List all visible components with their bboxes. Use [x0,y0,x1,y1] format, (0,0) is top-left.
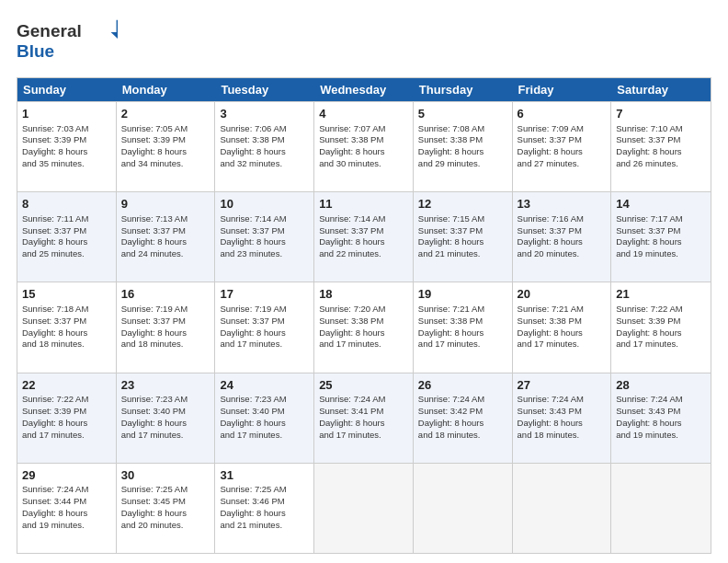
daylight-text: Daylight: 8 hoursand 25 minutes. [22,236,87,259]
day-info: Sunrise: 7:06 AMSunset: 3:38 PMDaylight:… [220,123,286,168]
daylight-text: Daylight: 8 hoursand 20 minutes. [518,236,583,259]
day-cell-2: 2Sunrise: 7:05 AMSunset: 3:39 PMDaylight… [117,102,216,191]
sunset-text: Sunset: 3:40 PM [220,406,284,416]
daylight-text: Daylight: 8 hoursand 20 minutes. [121,508,187,530]
sunset-text: Sunset: 3:46 PM [220,496,284,506]
day-info: Sunrise: 7:03 AMSunset: 3:39 PMDaylight:… [22,123,88,168]
sunset-text: Sunset: 3:43 PM [518,406,582,416]
week-row-1: 1Sunrise: 7:03 AMSunset: 3:39 PMDaylight… [17,101,711,191]
day-cell-7: 7Sunrise: 7:10 AMSunset: 3:37 PMDaylight… [611,102,711,191]
sunrise-text: Sunrise: 7:24 AM [418,394,484,404]
sunset-text: Sunset: 3:38 PM [319,134,383,144]
day-number: 12 [418,196,507,213]
day-info: Sunrise: 7:24 AMSunset: 3:42 PMDaylight:… [418,394,484,439]
sunset-text: Sunset: 3:37 PM [121,316,186,326]
sunset-text: Sunset: 3:45 PM [121,496,186,506]
daylight-text: Daylight: 8 hoursand 27 minutes. [518,146,583,168]
sunset-text: Sunset: 3:40 PM [121,406,186,416]
svg-text:Blue: Blue [17,41,54,61]
daylight-text: Daylight: 8 hoursand 30 minutes. [319,146,384,168]
sunset-text: Sunset: 3:38 PM [418,134,483,144]
day-number: 14 [616,196,706,213]
sunrise-text: Sunrise: 7:07 AM [319,123,385,133]
calendar: SundayMondayTuesdayWednesdayThursdayFrid… [17,77,711,554]
sunrise-text: Sunrise: 7:24 AM [616,394,682,404]
day-cell-17: 17Sunrise: 7:19 AMSunset: 3:37 PMDayligh… [215,282,314,372]
day-cell-9: 9Sunrise: 7:13 AMSunset: 3:37 PMDaylight… [117,192,216,282]
sunrise-text: Sunrise: 7:24 AM [22,484,88,494]
header: General Blue [17,17,711,68]
sunrise-text: Sunrise: 7:06 AM [220,123,286,133]
sunrise-text: Sunrise: 7:22 AM [616,304,682,314]
day-number: 21 [616,286,706,303]
day-number: 10 [220,196,309,213]
sunset-text: Sunset: 3:38 PM [220,134,284,144]
week-row-2: 8Sunrise: 7:11 AMSunset: 3:37 PMDaylight… [17,191,711,282]
day-number: 5 [418,106,507,122]
page: General Blue SundayMondayTuesdayWednesda… [0,0,728,563]
header-day-saturday: Saturday [611,78,711,101]
empty-cell [414,464,513,553]
sunrise-text: Sunrise: 7:14 AM [319,213,385,224]
sunset-text: Sunset: 3:39 PM [616,316,680,326]
day-number: 17 [220,286,309,303]
sunset-text: Sunset: 3:37 PM [121,225,186,236]
daylight-text: Daylight: 8 hoursand 17 minutes. [220,327,285,350]
day-cell-11: 11Sunrise: 7:14 AMSunset: 3:37 PMDayligh… [314,192,414,282]
sunrise-text: Sunrise: 7:22 AM [22,394,88,404]
day-info: Sunrise: 7:11 AMSunset: 3:37 PMDaylight:… [22,213,88,259]
sunrise-text: Sunrise: 7:09 AM [518,123,584,133]
day-info: Sunrise: 7:15 AMSunset: 3:37 PMDaylight:… [418,213,484,259]
day-cell-10: 10Sunrise: 7:14 AMSunset: 3:37 PMDayligh… [215,192,314,282]
sunset-text: Sunset: 3:37 PM [616,134,680,144]
day-number: 16 [121,286,210,303]
day-info: Sunrise: 7:10 AMSunset: 3:37 PMDaylight:… [616,123,682,168]
daylight-text: Daylight: 8 hoursand 19 minutes. [616,236,681,259]
daylight-text: Daylight: 8 hoursand 22 minutes. [319,236,384,259]
sunset-text: Sunset: 3:37 PM [616,225,680,236]
day-cell-25: 25Sunrise: 7:24 AMSunset: 3:41 PMDayligh… [314,373,414,463]
sunrise-text: Sunrise: 7:19 AM [220,304,286,314]
day-info: Sunrise: 7:24 AMSunset: 3:43 PMDaylight:… [518,394,584,439]
sunset-text: Sunset: 3:38 PM [418,316,483,326]
day-number: 19 [418,286,507,303]
day-number: 15 [22,286,111,303]
day-info: Sunrise: 7:24 AMSunset: 3:43 PMDaylight:… [616,394,682,439]
logo-svg: General Blue [17,17,118,64]
day-info: Sunrise: 7:25 AMSunset: 3:45 PMDaylight:… [121,484,188,529]
daylight-text: Daylight: 8 hoursand 19 minutes. [616,418,681,440]
sunrise-text: Sunrise: 7:11 AM [22,213,88,224]
day-number: 30 [121,467,210,484]
day-cell-24: 24Sunrise: 7:23 AMSunset: 3:40 PMDayligh… [215,373,314,463]
daylight-text: Daylight: 8 hoursand 26 minutes. [616,146,681,168]
daylight-text: Daylight: 8 hoursand 34 minutes. [121,146,187,168]
sunrise-text: Sunrise: 7:21 AM [418,304,484,314]
daylight-text: Daylight: 8 hoursand 21 minutes. [418,236,483,259]
empty-cell [314,464,414,553]
daylight-text: Daylight: 8 hoursand 17 minutes. [319,418,384,440]
day-number: 24 [220,377,309,394]
daylight-text: Daylight: 8 hoursand 17 minutes. [220,418,285,440]
day-info: Sunrise: 7:24 AMSunset: 3:44 PMDaylight:… [22,484,88,529]
sunset-text: Sunset: 3:37 PM [319,225,383,236]
svg-marker-2 [111,20,118,41]
sunset-text: Sunset: 3:39 PM [121,134,186,144]
sunrise-text: Sunrise: 7:23 AM [220,394,286,404]
sunrise-text: Sunrise: 7:03 AM [22,123,88,133]
daylight-text: Daylight: 8 hoursand 23 minutes. [220,236,285,259]
day-info: Sunrise: 7:20 AMSunset: 3:38 PMDaylight:… [319,304,385,349]
day-info: Sunrise: 7:21 AMSunset: 3:38 PMDaylight:… [418,304,484,349]
day-cell-31: 31Sunrise: 7:25 AMSunset: 3:46 PMDayligh… [215,464,314,553]
day-cell-27: 27Sunrise: 7:24 AMSunset: 3:43 PMDayligh… [513,373,612,463]
sunset-text: Sunset: 3:37 PM [418,225,483,236]
sunset-text: Sunset: 3:38 PM [319,316,383,326]
day-info: Sunrise: 7:25 AMSunset: 3:46 PMDaylight:… [220,484,286,529]
day-cell-1: 1Sunrise: 7:03 AMSunset: 3:39 PMDaylight… [17,102,117,191]
day-number: 2 [121,106,210,122]
day-info: Sunrise: 7:13 AMSunset: 3:37 PMDaylight:… [121,213,188,259]
day-cell-8: 8Sunrise: 7:11 AMSunset: 3:37 PMDaylight… [17,192,117,282]
daylight-text: Daylight: 8 hoursand 18 minutes. [121,327,187,350]
sunrise-text: Sunrise: 7:21 AM [518,304,584,314]
day-number: 23 [121,377,210,394]
day-info: Sunrise: 7:09 AMSunset: 3:37 PMDaylight:… [518,123,584,168]
